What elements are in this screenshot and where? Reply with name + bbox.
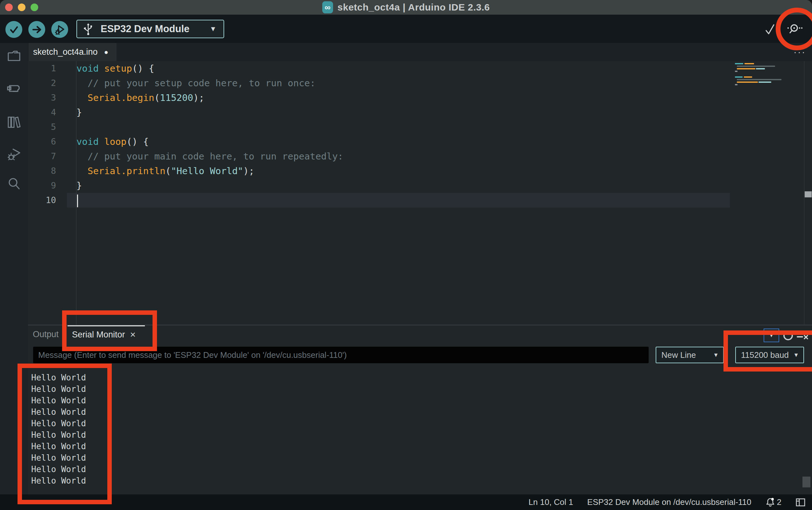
sidebar-item-search[interactable] xyxy=(6,175,22,192)
code-lines: void setup() { // put your setup code he… xyxy=(77,61,732,208)
serial-output-line: Hello World xyxy=(31,475,86,486)
code-line: // put your main code here, to run repea… xyxy=(77,149,732,163)
close-icon[interactable]: × xyxy=(130,329,136,340)
check-icon xyxy=(8,24,20,35)
bug-play-icon xyxy=(54,24,66,35)
folder-icon xyxy=(6,49,22,65)
chevron-down-icon: ▼ xyxy=(209,25,216,33)
code-line xyxy=(77,193,732,208)
window-title: sketch_oct4a | Arduino IDE 2.3.6 xyxy=(338,2,490,13)
verify-button[interactable] xyxy=(5,21,22,38)
line-number: 6 xyxy=(28,134,60,149)
board-port-status[interactable]: ESP32 Dev Module on /dev/cu.usbserial-11… xyxy=(587,497,751,507)
chevron-down-icon: ▼ xyxy=(769,332,775,339)
sidebar-item-library-manager[interactable] xyxy=(6,114,22,130)
plotter-wave-icon xyxy=(764,23,777,36)
board-selector-dropdown[interactable]: ESP32 Dev Module ▼ xyxy=(77,20,224,38)
baud-rate-value: 115200 baud xyxy=(741,350,789,360)
arduino-app-icon: ∞ xyxy=(322,1,333,13)
line-number-gutter: 12345678910 xyxy=(28,61,60,208)
code-line: Serial.println("Hello World"); xyxy=(77,163,732,178)
serial-autoscroll-toggle[interactable]: ▼ xyxy=(763,329,779,342)
minimap[interactable] xyxy=(733,62,800,91)
clear-output-button[interactable] xyxy=(796,332,809,341)
serial-output-line: Hello World xyxy=(31,441,86,452)
clock-icon xyxy=(782,329,794,342)
text-cursor xyxy=(77,194,78,207)
baud-rate-dropdown[interactable]: 115200 baud ▼ xyxy=(735,347,804,363)
line-number: 7 xyxy=(28,149,60,163)
code-line: Serial.begin(115200); xyxy=(77,90,732,105)
debug-button[interactable] xyxy=(51,21,68,38)
line-number: 1 xyxy=(28,61,60,76)
tab-output[interactable]: Output xyxy=(33,330,59,339)
editor-scrollbar-thumb[interactable] xyxy=(805,191,812,198)
timestamp-toggle-button[interactable] xyxy=(782,329,794,342)
line-number: 9 xyxy=(28,178,60,193)
serial-plotter-button[interactable] xyxy=(764,23,777,36)
line-number: 2 xyxy=(28,76,60,90)
serial-output-line: Hello World xyxy=(31,406,86,418)
chevron-down-icon: ▼ xyxy=(793,352,799,358)
serial-scrollbar-thumb[interactable] xyxy=(803,477,810,487)
chevron-down-icon: ▼ xyxy=(713,352,719,358)
board-selector-label: ESP32 Dev Module xyxy=(100,23,190,35)
unsaved-dot-icon: ● xyxy=(104,48,108,56)
serial-output-line: Hello World xyxy=(31,372,86,383)
notification-count: 2 xyxy=(777,497,781,507)
serial-output-line: Hello World xyxy=(31,365,86,369)
toggle-panel-icon[interactable] xyxy=(795,498,806,507)
sidebar-item-debug[interactable] xyxy=(6,146,22,162)
line-number: 5 xyxy=(28,120,60,134)
serial-output-line: Hello World xyxy=(31,383,86,395)
serial-output-line: Hello World xyxy=(31,418,86,429)
serial-monitor-button[interactable] xyxy=(785,22,803,36)
upload-button[interactable] xyxy=(28,21,45,38)
line-number: 4 xyxy=(28,105,60,120)
status-bar: Ln 10, Col 1 ESP32 Dev Module on /dev/cu… xyxy=(0,494,812,510)
bell-icon xyxy=(765,497,775,507)
code-line: void setup() { xyxy=(77,61,732,76)
serial-output-area[interactable]: Hello WorldHello WorldHello WorldHello W… xyxy=(28,365,812,490)
library-books-icon xyxy=(6,114,22,130)
serial-monitor-tab-label: Serial Monitor xyxy=(72,330,125,340)
code-line: } xyxy=(77,105,732,120)
tab-sketch-oct4a[interactable]: sketch_oct4a.ino ● xyxy=(28,43,117,61)
debug-bug-icon xyxy=(6,146,22,162)
serial-monitor-icon xyxy=(785,22,803,36)
editor-tab-strip xyxy=(28,43,812,61)
usb-icon xyxy=(83,23,94,35)
clear-output-icon xyxy=(796,332,809,341)
code-line: void loop() { xyxy=(77,134,732,149)
code-line: // put your setup code here, to run once… xyxy=(77,76,732,90)
search-icon xyxy=(6,175,22,192)
minimap-divider xyxy=(804,61,804,325)
code-line: } xyxy=(77,178,732,193)
serial-output-line: Hello World xyxy=(31,395,86,406)
serial-output-line: Hello World xyxy=(31,463,86,475)
arduino-ide-window: ∞ sketch_oct4a | Arduino IDE 2.3.6 xyxy=(0,0,812,510)
arrow-right-icon xyxy=(31,24,42,35)
editor-more-actions-button[interactable]: ··· xyxy=(793,47,806,57)
code-line xyxy=(77,120,732,134)
notifications-button[interactable]: 2 xyxy=(765,497,781,507)
line-number: 8 xyxy=(28,163,60,178)
board-chip-icon xyxy=(6,81,22,98)
sidebar-item-boards-manager[interactable] xyxy=(6,81,22,98)
serial-output-line: Hello World xyxy=(31,452,86,463)
activity-sidebar xyxy=(0,43,28,494)
tab-serial-monitor[interactable]: Serial Monitor × xyxy=(67,325,145,344)
line-ending-dropdown[interactable]: New Line ▼ xyxy=(656,347,724,363)
cursor-position[interactable]: Ln 10, Col 1 xyxy=(529,497,573,507)
title-area: ∞ sketch_oct4a | Arduino IDE 2.3.6 xyxy=(0,0,812,14)
line-number: 3 xyxy=(28,90,60,105)
line-ending-value: New Line xyxy=(661,350,696,360)
line-number: 10 xyxy=(28,193,60,208)
serial-output-line: Hello World xyxy=(31,429,86,441)
tab-filename: sketch_oct4a.ino xyxy=(33,47,98,57)
sidebar-item-sketchbook[interactable] xyxy=(6,49,22,65)
serial-message-input[interactable] xyxy=(33,347,649,363)
